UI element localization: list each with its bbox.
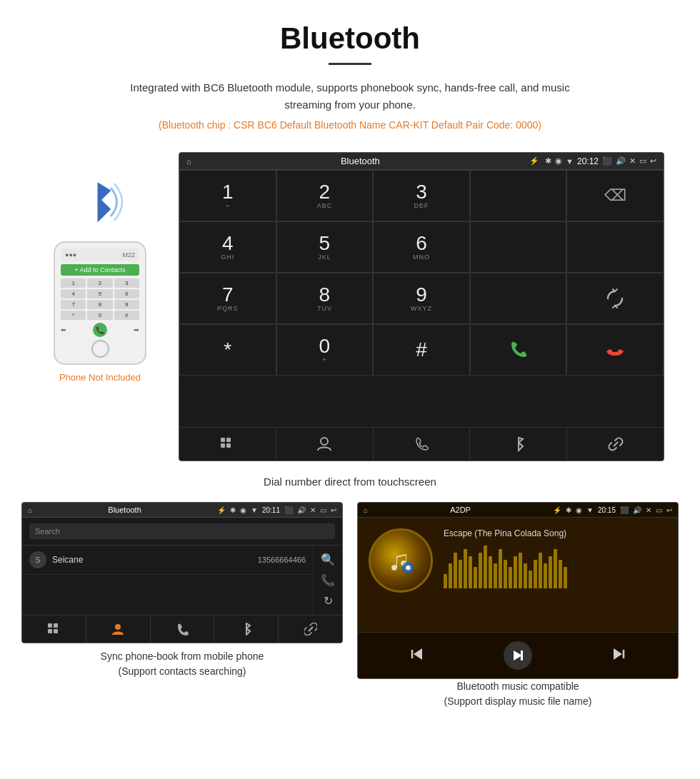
nav-phone[interactable]: [374, 428, 471, 461]
music-equalizer: [444, 546, 667, 588]
music-next-button[interactable]: [607, 642, 631, 670]
pb-search-row: Search: [22, 518, 342, 546]
eq-bar: [469, 556, 472, 588]
pb-nav-apps[interactable]: [22, 615, 86, 643]
status-signal-icon: ▼: [566, 157, 574, 166]
dial-key-star[interactable]: *: [179, 324, 276, 376]
page-header: Bluetooth Integrated with BC6 Bluetooth …: [0, 0, 700, 152]
svg-rect-3: [226, 443, 231, 448]
eq-bar: [549, 556, 552, 588]
dial-key-2[interactable]: 2 ABC: [276, 170, 374, 221]
eq-bar: [459, 560, 462, 588]
svg-rect-0: [221, 438, 225, 442]
apps-grid-icon: [219, 436, 235, 452]
eq-bar: [494, 563, 497, 588]
phone-key-star: *: [61, 311, 86, 320]
pb-nav-person[interactable]: [86, 615, 151, 643]
dial-key-0[interactable]: 0 +: [276, 324, 374, 376]
nav-bluetooth[interactable]: [470, 428, 567, 461]
dial-key-5[interactable]: 5 JKL: [276, 221, 374, 273]
music-status-bar: ⌂ A2DP ⚡ ✱ ◉ ▼ 20:15 ⬛ 🔊 ✕ ▭ ↩: [358, 503, 678, 518]
eq-bar: [554, 549, 557, 588]
link-icon: [608, 436, 624, 452]
music-song-title: Escape (The Pina Colada Song): [444, 528, 667, 538]
status-time: 20:12: [577, 156, 599, 166]
pb-nav-phone[interactable]: [151, 615, 215, 643]
music-status-title: A2DP: [372, 506, 549, 514]
status-title: Bluetooth: [197, 156, 524, 166]
svg-marker-17: [614, 648, 622, 660]
eq-bar: [499, 549, 502, 588]
music-play-pause-button[interactable]: [504, 641, 532, 670]
pb-nav-bar: [22, 615, 342, 643]
bluetooth-signal-icon: [71, 174, 129, 231]
pb-contact-initial: S: [29, 551, 46, 568]
nav-link[interactable]: [567, 428, 664, 461]
music-prev-button[interactable]: [404, 642, 429, 670]
main-section: ●●●M22 + Add to Contacts 1 2 3 4 5 6 7 8…: [0, 152, 700, 461]
dial-key-3[interactable]: 3 DEF: [373, 170, 470, 221]
dial-key-7[interactable]: 7 PQRS: [179, 273, 276, 324]
pb-bt-icon: ✱: [230, 506, 236, 514]
eq-bar: [514, 556, 517, 588]
pb-win-icon: ▭: [320, 506, 326, 514]
music-close-icon: ✕: [646, 506, 651, 514]
dial-backspace[interactable]: ⌫: [566, 170, 664, 221]
pb-nav-link[interactable]: [279, 615, 342, 643]
music-block: ⌂ A2DP ⚡ ✱ ◉ ▼ 20:15 ⬛ 🔊 ✕ ▭ ↩: [357, 502, 679, 709]
svg-marker-13: [414, 648, 422, 660]
svg-rect-8: [54, 629, 58, 633]
dial-empty-2: [470, 221, 567, 273]
prev-track-icon: [408, 645, 425, 663]
phone-key-3: 3: [114, 278, 139, 288]
screen-status-bar: ⌂ Bluetooth ⚡ ✱ ◉ ▼ 20:12 ⬛ 🔊 ✕ ▭ ↩: [179, 153, 664, 170]
svg-rect-6: [54, 623, 58, 628]
music-bt-icon: ✱: [566, 506, 571, 514]
pb-home-icon: ⌂: [28, 506, 32, 514]
nav-contacts[interactable]: [276, 428, 374, 461]
eq-bar: [559, 560, 562, 588]
dial-call-red[interactable]: [566, 324, 664, 376]
status-icons: ✱ ◉ ▼ 20:12 ⬛ 🔊 ✕ ▭ ↩: [545, 156, 656, 166]
nav-apps[interactable]: [179, 428, 276, 461]
dial-key-6[interactable]: 6 MNO: [373, 221, 470, 273]
screen-nav-bar: [179, 427, 664, 461]
music-location-icon: ◉: [576, 506, 582, 514]
svg-point-9: [115, 624, 121, 630]
car-screen-main: ⌂ Bluetooth ⚡ ✱ ◉ ▼ 20:12 ⬛ 🔊 ✕ ▭ ↩: [179, 152, 664, 461]
dial-key-4[interactable]: 4 GHI: [179, 221, 276, 273]
dial-key-8[interactable]: 8 TUV: [276, 273, 374, 324]
phonebook-caption: Sync phone-book from mobile phone(Suppor…: [21, 649, 343, 679]
dial-key-1[interactable]: 1 ⌁: [179, 170, 276, 221]
status-window-icon: ▭: [639, 156, 646, 166]
dial-sync[interactable]: [566, 273, 664, 324]
status-bt-icon: ✱: [545, 156, 551, 166]
pb-contact-row: S Seicane 13566664466: [22, 546, 313, 575]
eq-bar: [474, 567, 477, 588]
pb-call-icon[interactable]: 📞: [321, 573, 335, 587]
pb-link-icon: [304, 623, 317, 635]
music-time: 20:15: [598, 506, 616, 514]
music-screen: ⌂ A2DP ⚡ ✱ ◉ ▼ 20:15 ⬛ 🔊 ✕ ▭ ↩: [357, 502, 679, 679]
pb-search-box[interactable]: Search: [29, 523, 335, 539]
music-camera-icon: ⬛: [620, 506, 629, 514]
phone-key-2: 2: [87, 278, 112, 288]
phone-device: ●●●M22 + Add to Contacts 1 2 3 4 5 6 7 8…: [54, 241, 146, 365]
eq-bar: [519, 553, 522, 588]
bluetooth-icon-container: [71, 174, 129, 231]
eq-bar: [524, 563, 527, 588]
dial-key-9[interactable]: 9 WXYZ: [373, 273, 470, 324]
phone-screen-top: ●●●M22: [61, 248, 139, 261]
pb-status-title: Bluetooth: [36, 506, 213, 514]
pb-refresh-icon[interactable]: ↻: [324, 594, 333, 608]
phone-key-8: 8: [87, 300, 112, 309]
pb-contacts-list: S Seicane 13566664466: [22, 546, 313, 615]
dial-key-hash[interactable]: #: [373, 324, 470, 376]
pb-search-icon[interactable]: 🔍: [321, 553, 335, 566]
phone-key-6: 6: [114, 289, 139, 298]
dial-call-green[interactable]: [470, 324, 567, 376]
eq-bar: [444, 574, 447, 588]
music-caption: Bluetooth music compatible(Support displ…: [357, 679, 679, 709]
pb-nav-bt[interactable]: [214, 615, 279, 643]
svg-rect-15: [521, 650, 523, 660]
